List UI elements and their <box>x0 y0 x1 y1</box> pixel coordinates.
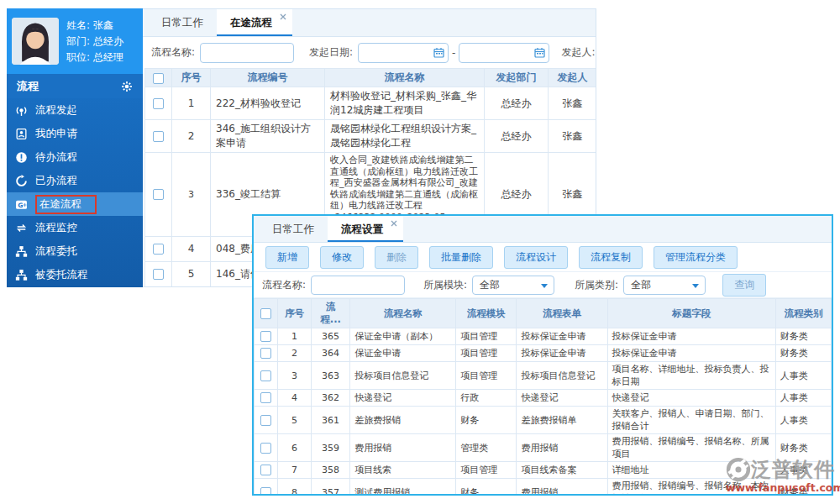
flow-name-input[interactable] <box>200 43 294 63</box>
screen: 姓名: 张鑫 部门: 总经办 职位: 总经理 流程 <box>0 0 840 504</box>
sidebar-item-flow-delegate[interactable]: 流程委托 <box>7 239 143 263</box>
select-all-checkbox[interactable] <box>260 308 271 319</box>
table-row[interactable]: 4362快递登记行政快递登记快递登记人事类 <box>255 390 832 407</box>
start-date-label: 发起日期: <box>309 45 353 60</box>
col-header: 发起人 <box>549 69 596 87</box>
col-header: 标题字段 <box>607 299 775 328</box>
gear-icon[interactable] <box>121 81 133 92</box>
sidebar-item-in-transit-flows[interactable]: G+ 在途流程 <box>7 192 143 216</box>
sidebar-item-pending-flows[interactable]: 待办流程 <box>7 145 143 169</box>
select-all-checkbox[interactable] <box>153 73 164 84</box>
row-checkbox[interactable] <box>153 244 164 255</box>
table-row[interactable]: 2 346_施工组织设计方案申请 晟铭园林绿化工程组织设计方案_晟铭园林绿化工程… <box>145 120 596 153</box>
flow-name-label: 流程名称: <box>151 45 195 60</box>
sync-icon <box>15 222 28 234</box>
sitemap-icon <box>15 245 28 258</box>
category-select[interactable]: 全部 <box>623 276 706 295</box>
row-checkbox[interactable] <box>153 98 164 109</box>
row-checkbox[interactable] <box>260 487 271 494</box>
table-header-row: 序号 流程... 流程名称 流程模块 流程表单 标题字段 流程类别 <box>255 299 832 328</box>
table-row[interactable]: 3363投标项目信息登记项目管理投标项目信息登记项目名称、详细地址、投标负责人、… <box>255 362 832 390</box>
sidebar-item-label: 已办流程 <box>35 174 77 188</box>
flow-name-input[interactable] <box>311 276 405 295</box>
col-header: 流程模块 <box>456 299 517 328</box>
row-checkbox[interactable] <box>260 443 271 454</box>
calendar-icon[interactable] <box>433 47 444 58</box>
row-checkbox[interactable] <box>153 189 164 200</box>
table-row[interactable]: 2364保证金申请项目管理投标保证金申请投标保证金申请财务类 <box>255 345 832 362</box>
sidebar: 姓名: 张鑫 部门: 总经办 职位: 总经理 流程 <box>7 8 143 287</box>
sidebar-item-label: 流程委托 <box>35 244 77 259</box>
in-progress-icon: G+ <box>15 198 28 211</box>
tab-daily-work[interactable]: 日常工作 <box>148 9 217 36</box>
table-row[interactable]: 5361差旅费报销财务差旅费报销单关联客户、报销人、申请日期、部门、报销合计人事… <box>255 407 832 434</box>
col-header: 流程... <box>312 299 350 328</box>
search-button[interactable]: 查询 <box>722 274 766 297</box>
close-icon[interactable] <box>280 13 286 20</box>
module-label: 所属模块: <box>423 278 467 292</box>
row-checkbox[interactable] <box>260 465 271 475</box>
col-header: 流程表单 <box>517 299 607 328</box>
sidebar-item-flow-monitor[interactable]: 流程监控 <box>7 216 143 239</box>
row-checkbox[interactable] <box>153 131 164 142</box>
edit-button[interactable]: 修改 <box>320 246 364 269</box>
sidebar-item-label: 流程发起 <box>35 103 77 118</box>
front-toolbar: 新增 修改 删除 批量删除 流程设计 流程复制 管理流程分类 <box>254 243 832 272</box>
batch-delete-button[interactable]: 批量删除 <box>429 246 493 269</box>
manage-flow-category-button[interactable]: 管理流程分类 <box>654 246 738 269</box>
category-selected-value: 全部 <box>631 278 651 292</box>
col-header: 流程编号 <box>211 69 325 87</box>
tab-daily-work[interactable]: 日常工作 <box>259 216 328 242</box>
sidebar-item-my-applications[interactable]: 我的申请 <box>7 122 143 145</box>
svg-text:+: + <box>23 201 27 207</box>
annotation-highlight: 在途流程 <box>35 195 97 214</box>
row-checkbox[interactable] <box>260 392 271 403</box>
sidebar-item-label: 待办流程 <box>35 150 77 165</box>
col-header: 流程名称 <box>350 299 456 328</box>
sidebar-item-label: 我的申请 <box>35 127 77 141</box>
row-checkbox[interactable] <box>260 370 271 381</box>
row-checkbox[interactable] <box>153 269 164 280</box>
calendar-icon[interactable] <box>534 47 545 58</box>
delete-button[interactable]: 删除 <box>375 246 418 269</box>
row-checkbox[interactable] <box>260 331 271 342</box>
tab-in-transit-flows[interactable]: 在途流程 <box>217 9 292 36</box>
refresh-icon <box>15 175 28 187</box>
select-all-checkbox-cell <box>255 299 278 328</box>
sidebar-section-flow: 流程 <box>7 74 143 98</box>
row-checkbox[interactable] <box>260 415 271 426</box>
col-header: 发起部门 <box>485 69 549 87</box>
watermark-url: www.fanpusoft.com <box>726 481 837 494</box>
flow-design-button[interactable]: 流程设计 <box>504 246 568 269</box>
tab-flow-settings[interactable]: 流程设置 <box>328 216 403 242</box>
sidebar-item-label: 被委托流程 <box>35 268 88 282</box>
sidebar-item-done-flows[interactable]: 已办流程 <box>7 169 143 192</box>
profile-name: 姓名: 张鑫 <box>66 18 123 34</box>
module-select[interactable]: 全部 <box>472 276 554 295</box>
initiator-label: 发起人: <box>561 45 595 60</box>
table-row[interactable]: 1365保证金申请（副本）项目管理投标保证金申请投标保证金申请财务类 <box>255 328 832 345</box>
user-profile: 姓名: 张鑫 部门: 总经办 职位: 总经理 <box>7 8 143 74</box>
avatar-portrait-icon <box>12 18 59 65</box>
front-filter-bar: 流程名称: 所属模块: 全部 所属类别: 全部 查询 <box>254 272 832 298</box>
module-selected-value: 全部 <box>480 278 500 292</box>
chevron-down-icon <box>692 284 699 288</box>
col-header: 序号 <box>278 299 312 328</box>
back-tabbar: 日常工作 在途流程 <box>143 9 596 37</box>
category-label: 所属类别: <box>575 278 618 292</box>
profile-title: 职位: 总经理 <box>66 50 123 66</box>
col-header: 序号 <box>172 69 211 87</box>
col-header: 流程名称 <box>325 69 485 87</box>
sidebar-item-flow-start[interactable]: 流程发起 <box>7 98 143 122</box>
col-header: 流程类别 <box>775 299 831 328</box>
row-checkbox[interactable] <box>260 348 271 359</box>
fanpu-logo-icon <box>726 457 751 482</box>
sidebar-item-delegated-flows[interactable]: 被委托流程 <box>7 263 143 286</box>
user-avatar <box>12 18 59 65</box>
flow-copy-button[interactable]: 流程复制 <box>579 246 643 269</box>
close-icon[interactable] <box>391 220 397 227</box>
sidebar-menu: 流程发起 我的申请 待办流程 已办流程 G+ 在途流程 <box>7 98 143 286</box>
date-range-separator: - <box>452 47 455 59</box>
add-button[interactable]: 新增 <box>265 246 309 269</box>
table-row[interactable]: 1 222_材料验收登记 材料验收登记_材料采购_张鑫_华润12城房建工程项目 … <box>145 87 596 120</box>
